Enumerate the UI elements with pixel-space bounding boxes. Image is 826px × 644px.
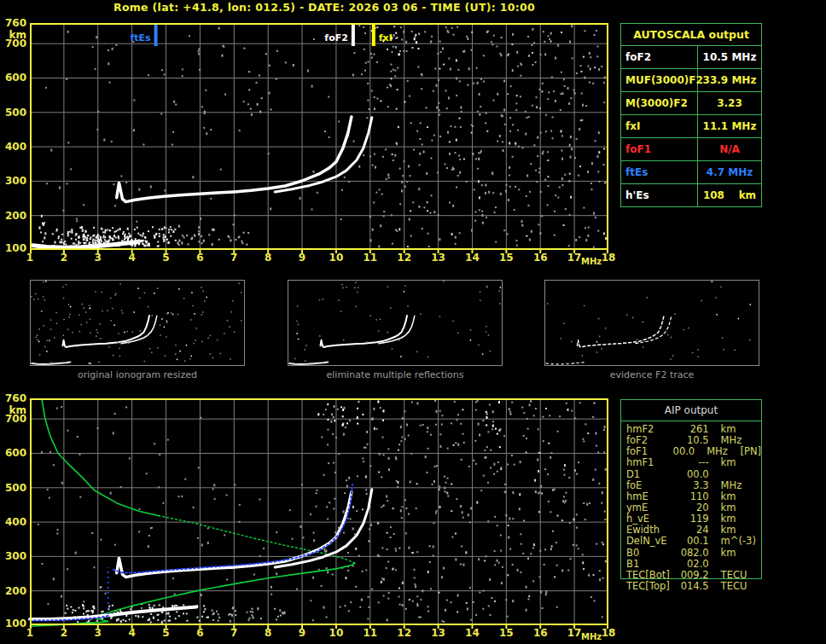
autoscala-window: Rome (lat: +41.8, lon: 012.5) - DATE: 20… — [0, 0, 826, 644]
thumbnail-ionogram-image — [288, 281, 502, 365]
parameter-label: foF1 — [621, 138, 698, 160]
bottom-y-axis-tick: 600 — [0, 448, 26, 458]
top-y-axis-tick: 400 — [0, 142, 26, 152]
parameter-value: 33.9 MHz — [698, 69, 761, 91]
bottom-y-axis-tick: 300 — [0, 551, 26, 561]
aip-parameter-label: foE — [621, 480, 676, 491]
top-y-axis-tick: 300 — [0, 176, 26, 186]
top-x-axis-tick: 7 — [224, 252, 244, 264]
bottom-x-axis-tick: 11 — [360, 627, 381, 639]
aip-parameter-unit: m^(-3) — [709, 536, 761, 547]
parameter-label: fxI — [621, 115, 698, 137]
parameter-label: M(3000)F2 — [621, 92, 698, 114]
top-x-axis-tick: 3 — [88, 252, 108, 264]
autoscala-row-hes: h'Es108 km — [621, 184, 761, 206]
aip-parameter-value: 110 — [676, 491, 708, 502]
parameter-value: N/A — [698, 138, 761, 160]
top-x-axis-tick: 2 — [54, 252, 74, 264]
autoscala-row-muf3000f2: MUF(3000)F233.9 MHz — [621, 69, 761, 92]
bottom-x-axis-tick: 3 — [88, 627, 108, 639]
top-y-axis-tick: 600 — [0, 73, 26, 83]
top-x-axis-tick: 14 — [462, 252, 482, 264]
bottom-x-axis-tick: 4 — [122, 627, 143, 639]
thumbnail-3 — [544, 280, 759, 366]
aip-parameter-value: 02.0 — [676, 559, 708, 570]
aip-row-b1: B102.0 — [621, 559, 761, 570]
top-x-axis-tick: 11 — [360, 252, 381, 264]
bottom-x-axis-tick: 2 — [54, 627, 74, 639]
bottom-x-axis-tick: 12 — [394, 627, 415, 639]
aip-parameter-label: TEC[Top] — [621, 581, 676, 592]
top-x-axis-tick: 12 — [394, 252, 415, 264]
aip-parameter-value: 00.0 — [676, 469, 708, 480]
top-x-axis-tick: 6 — [189, 252, 210, 264]
parameter-label: foF2 — [621, 46, 698, 68]
aip-parameter-value: 009.2 — [676, 570, 708, 581]
aip-row-foe: foE3.3MHz — [621, 480, 761, 491]
aip-row-delnve: DelN_vE00.1m^(-3) — [621, 536, 761, 547]
top-x-axis-tick: 15 — [496, 252, 516, 264]
aip-parameter-unit: km — [709, 548, 761, 559]
autoscala-row-m3000f2: M(3000)F23.23 — [621, 92, 761, 115]
aip-parameter-value: 3.3 — [676, 480, 708, 491]
aip-parameter-value: --- — [676, 457, 708, 468]
aip-parameter-value: 00.1 — [676, 536, 708, 547]
aip-parameter-unit — [709, 469, 761, 480]
top-y-axis-tick: 760 — [0, 18, 26, 28]
aip-row-hme: hmE110km — [621, 491, 761, 502]
top-ionogram-plot: ftEsfoF2fxI — [30, 23, 608, 254]
aip-parameter-label: B1 — [621, 559, 676, 570]
thumbnail-caption: original ionogram resized — [30, 369, 245, 380]
aip-parameter-extra: [PN] — [741, 446, 762, 457]
top-x-axis-tick: 8 — [258, 252, 278, 264]
bottom-y-axis-tick: 760 — [0, 393, 26, 403]
bottom-y-axis-tick: 500 — [0, 483, 26, 493]
top-x-axis-tick: 5 — [156, 252, 177, 264]
aip-table-rows: hmF2261kmfoF210.5MHzfoF100.0MHz[PN]hmF1-… — [621, 421, 761, 592]
top-x-axis-tick: 16 — [530, 252, 550, 264]
bottom-x-axis-tick: 9 — [292, 627, 312, 639]
station-date-title: Rome (lat: +41.8, lon: 012.5) - DATE: 20… — [30, 1, 619, 14]
aip-parameter-value: 082.0 — [676, 548, 708, 559]
aip-parameter-unit: MHz — [709, 480, 761, 491]
autoscala-row-fxi: fxI11.1 MHz — [621, 115, 761, 138]
bottom-x-axis-tick: 16 — [530, 627, 550, 639]
thumbnail-caption: eliminate multiple reflections — [288, 369, 503, 380]
svg-text:foF2: foF2 — [324, 32, 348, 44]
aip-row-b0: B0082.0km — [621, 548, 761, 559]
aip-parameter-unit: km — [709, 491, 761, 502]
parameter-value: 3.23 — [698, 92, 761, 114]
aip-parameter-value: 014.5 — [676, 581, 708, 592]
parameter-label: MUF(3000)F2 — [621, 69, 698, 91]
top-x-axis-tick: 4 — [122, 252, 143, 264]
bottom-y-axis-tick: 200 — [0, 586, 26, 596]
aip-parameter-label: B0 — [621, 548, 676, 559]
thumbnail-caption: evidence F2 trace — [544, 369, 759, 380]
parameter-value: 11.1 MHz — [698, 115, 761, 137]
parameter-value: 4.7 MHz — [698, 161, 761, 183]
top-y-axis-tick: 200 — [0, 211, 26, 221]
bottom-x-axis-tick: 1 — [20, 627, 40, 639]
bottom-x-axis-unit: MHz — [581, 632, 602, 641]
bottom-y-axis-tick: 700 — [0, 414, 26, 424]
bottom-y-axis-tick: 400 — [0, 517, 26, 527]
thumbnail-2 — [288, 280, 503, 366]
aip-row-tectop: TEC[Top]014.5TECU — [621, 581, 761, 592]
autoscala-table-rows: foF210.5 MHzMUF(3000)F233.9 MHzM(3000)F2… — [621, 46, 761, 206]
aip-output-table: AIP output hmF2261kmfoF210.5MHzfoF100.0M… — [620, 399, 762, 579]
aip-table-title: AIP output — [621, 400, 761, 421]
thumbnail-ionogram-image — [31, 281, 244, 365]
autoscala-row-ftes: ftEs4.7 MHz — [621, 161, 761, 184]
bottom-x-axis-tick: 14 — [462, 627, 482, 639]
top-x-axis-tick: 1 — [20, 252, 40, 264]
aip-parameter-unit — [709, 559, 761, 570]
top-x-axis-tick: 13 — [428, 252, 449, 264]
aip-parameter-label: TEC[Bot] — [621, 570, 676, 581]
aip-parameter-unit: km — [709, 457, 761, 468]
aip-parameter-label: D1 — [621, 469, 676, 480]
aip-parameter-value: 00.0 — [667, 446, 695, 457]
parameter-label: h'Es — [621, 184, 698, 206]
aip-parameter-label: hmF1 — [621, 457, 676, 468]
aip-row-tecbot: TEC[Bot]009.2TECU — [621, 570, 761, 581]
thumbnail-1 — [30, 280, 245, 366]
